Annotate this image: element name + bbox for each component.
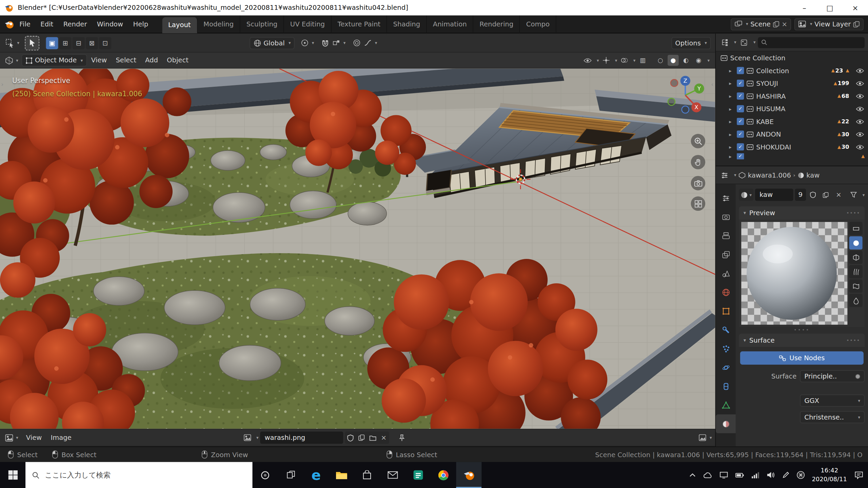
taskbar-search[interactable] — [25, 462, 252, 488]
proportional-editing-icon[interactable] — [351, 37, 362, 48]
preview-cloth-button[interactable] — [849, 279, 862, 292]
disclosure-icon[interactable]: ▸ — [729, 144, 734, 149]
taskbar-clock[interactable]: 16:42 2020/08/11 — [812, 466, 847, 484]
eye-icon[interactable] — [855, 131, 865, 137]
xray-toggle[interactable]: ▥ — [637, 55, 648, 66]
transform-orientation-dropdown[interactable]: Global ▾ — [250, 37, 295, 49]
active-tool-icon[interactable] — [4, 37, 16, 48]
collection-checkbox[interactable]: ✓ — [737, 80, 744, 87]
taskbar-store-button[interactable] — [354, 462, 380, 488]
preview-panel-header[interactable]: ▾ Preview •••• — [739, 206, 865, 220]
unlink-scene-icon[interactable]: × — [782, 20, 787, 28]
taskbar-chrome-button[interactable] — [431, 462, 456, 488]
preview-cube-button[interactable] — [849, 251, 862, 264]
collection-checkbox[interactable]: ✓ — [737, 118, 744, 125]
menu-window[interactable]: Window — [92, 18, 128, 30]
pan-hand-button[interactable] — [691, 155, 705, 169]
image-browse-icon[interactable] — [242, 432, 253, 443]
image-name-field[interactable]: warashi.png — [260, 431, 343, 444]
tab-output[interactable] — [716, 226, 736, 245]
editor-type-image-icon[interactable] — [3, 432, 15, 443]
close-button[interactable]: × — [843, 0, 868, 16]
object-visibility-dropdown[interactable] — [582, 55, 593, 66]
material-users-count[interactable]: 9 — [795, 189, 806, 201]
tab-world[interactable] — [716, 283, 736, 302]
outliner-row-shokudai[interactable]: ▸ ✓ SHOKUDAI ▲30 — [716, 141, 868, 154]
cortana-button[interactable] — [252, 462, 278, 488]
display-icon[interactable] — [719, 471, 728, 479]
tab-animation[interactable]: Animation — [427, 15, 473, 33]
use-nodes-button[interactable]: Use Nodes — [740, 351, 864, 365]
menu-help[interactable]: Help — [128, 18, 153, 30]
copy-material-icon[interactable] — [821, 189, 832, 200]
tab-texture-paint[interactable]: Texture Paint — [332, 15, 387, 33]
outliner-root-row[interactable]: Scene Collection — [716, 52, 868, 64]
outliner-search-input[interactable] — [758, 37, 865, 48]
snap-target-dropdown[interactable] — [331, 37, 342, 48]
mode-dropdown[interactable]: Object Mode ▾ — [22, 54, 87, 66]
tab-view-layer[interactable] — [716, 245, 736, 264]
tray-close-app-icon[interactable] — [796, 471, 805, 479]
maximize-button[interactable]: □ — [817, 0, 843, 16]
surface-panel-header[interactable]: ▾ Surface •••• — [739, 333, 865, 347]
taskbar-mail-button[interactable] — [380, 462, 405, 488]
tab-object-data[interactable] — [716, 395, 736, 414]
panel-grip-icon[interactable]: •••• — [846, 210, 860, 216]
tab-compositing[interactable]: Compo — [520, 15, 556, 33]
toolbar-expand-icon[interactable]: › — [1, 81, 3, 88]
menu-render[interactable]: Render — [58, 18, 92, 30]
3d-viewport[interactable]: User Perspective (250) Scene Collection … — [0, 68, 715, 429]
sidebar-expand-icon[interactable]: ‹ — [711, 81, 713, 88]
eye-icon[interactable] — [855, 81, 865, 86]
outliner-row-kabe[interactable]: ▸ ✓ KABE ▲22 — [716, 115, 868, 128]
gizmo-neg-z[interactable] — [682, 106, 689, 113]
panel-grip-icon[interactable]: •••• — [846, 338, 860, 343]
editor-type-3d-icon[interactable] — [3, 55, 15, 66]
surface-shader-dropdown[interactable]: Principle.. — [800, 370, 865, 382]
shading-rendered-button[interactable]: ◉ — [693, 55, 704, 66]
outliner-display-mode-icon[interactable] — [738, 37, 750, 48]
unlink-image-icon[interactable]: × — [378, 431, 389, 444]
collection-checkbox[interactable]: ✓ — [737, 93, 744, 100]
eye-icon[interactable] — [855, 93, 865, 99]
gizmo-y-axis[interactable]: Y — [697, 85, 701, 92]
disclosure-icon[interactable]: ▸ — [729, 93, 734, 99]
task-view-button[interactable] — [278, 462, 303, 488]
eye-icon[interactable] — [855, 144, 865, 149]
shading-material-button[interactable]: ◐ — [680, 55, 692, 66]
gizmo-neg-x[interactable] — [671, 79, 678, 86]
gizmo-z-axis[interactable]: Z — [684, 78, 687, 84]
camera-view-button[interactable] — [691, 176, 705, 190]
tweak-tool-button[interactable] — [25, 36, 39, 50]
editor-type-properties-icon[interactable] — [719, 169, 730, 181]
viewport-menu-object[interactable]: Object — [162, 55, 193, 66]
preview-fluid-button[interactable] — [849, 294, 862, 307]
outliner-row-hashira[interactable]: ▸ ✓ HASHIRA ▲68 — [716, 89, 868, 102]
navigation-gizmo[interactable]: Z Y X — [664, 74, 706, 116]
speaker-icon[interactable] — [767, 471, 775, 479]
select-mode-invert-button[interactable]: ⊠ — [86, 37, 98, 49]
taskbar-explorer-button[interactable] — [329, 462, 354, 488]
collection-checkbox[interactable]: ✓ — [737, 130, 744, 138]
new-view-layer-icon[interactable] — [853, 21, 860, 27]
editor-type-outliner-icon[interactable] — [719, 37, 730, 48]
outliner-row-syouji[interactable]: ▸ ✓ SYOUJI ▲199 — [716, 77, 868, 90]
outliner-row-husuma[interactable]: ▸ ✓ HUSUMA — [716, 102, 868, 115]
image-menu-view[interactable]: View — [22, 432, 46, 443]
gizmo-x-axis[interactable]: X — [694, 104, 698, 110]
collection-checkbox[interactable]: ✓ — [737, 143, 744, 150]
distribution-dropdown[interactable]: GGX ▾ — [800, 394, 865, 407]
tab-render[interactable] — [716, 207, 736, 226]
gizmo-neg-y[interactable] — [668, 98, 675, 105]
image-display-icon[interactable] — [697, 432, 708, 443]
unlink-material-icon[interactable]: × — [833, 189, 844, 200]
minimize-button[interactable]: – — [792, 0, 817, 16]
disclosure-icon[interactable]: ▸ — [729, 81, 734, 86]
tab-physics[interactable] — [716, 358, 736, 377]
eye-icon[interactable] — [855, 119, 865, 124]
disclosure-icon[interactable]: ▸ — [729, 119, 734, 124]
eye-icon[interactable] — [855, 106, 865, 111]
zoom-button[interactable] — [691, 134, 705, 148]
outliner-row-partial[interactable]: ▸ ✓ ▲ — [716, 153, 868, 159]
view-layer-selector[interactable]: ▾ View Layer — [794, 18, 864, 30]
